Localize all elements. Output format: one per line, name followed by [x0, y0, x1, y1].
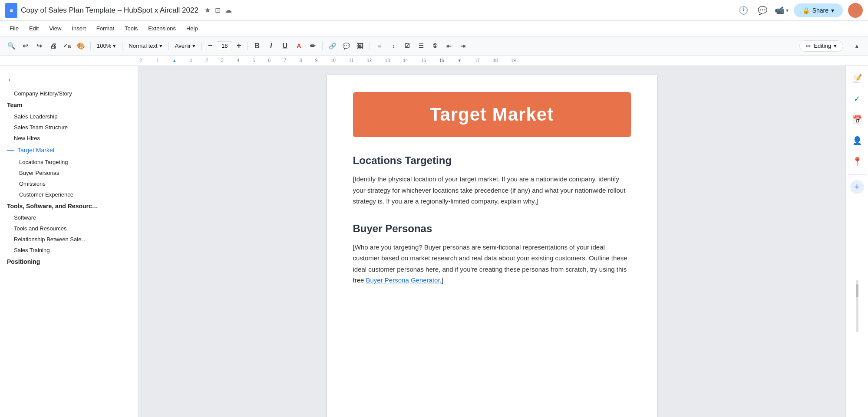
spellcheck-btn[interactable]: ✓a — [61, 40, 73, 52]
sidebar-item-customer-experience[interactable]: Customer Experience — [0, 189, 138, 200]
target-market-banner: Target Market — [353, 92, 631, 137]
divider-2 — [122, 42, 122, 50]
keep-notes-btn[interactable]: 📝 — [849, 70, 865, 86]
link-btn[interactable]: 🔗 — [326, 40, 338, 52]
font-size-input[interactable] — [217, 41, 232, 50]
text-color-btn[interactable]: A — [293, 40, 305, 52]
highlight-btn[interactable]: ✏ — [307, 40, 319, 52]
sidebar-item-buyer-personas[interactable]: Buyer Personas — [0, 167, 138, 178]
divider-1 — [90, 42, 91, 50]
sidebar-item-company-history[interactable]: Company History/Story — [0, 88, 138, 99]
cloud-icon[interactable]: ☁ — [225, 6, 232, 14]
docs-logo — [5, 3, 17, 18]
collapse-btn[interactable]: ▴ — [851, 40, 863, 52]
editing-mode-dropdown[interactable]: ✏ Editing ▾ — [799, 40, 843, 52]
editing-chevron: ▾ — [834, 43, 837, 49]
document-title: Copy of Sales Plan Template – HubSpot x … — [21, 6, 198, 15]
document-area: Target Market Locations Targeting [Ident… — [138, 66, 845, 417]
sidebar-section-tools[interactable]: Tools, Software, and Resourc… — [0, 200, 138, 212]
menu-insert[interactable]: Insert — [67, 23, 90, 33]
sidebar-item-new-hires[interactable]: New Hires — [0, 133, 138, 144]
sidebar-item-relationship-sales[interactable]: Relationship Between Sale… — [0, 234, 138, 245]
font-chevron: ▾ — [192, 43, 195, 49]
buyer-personas-body: [Who are you targeting? Buyer personas a… — [353, 242, 631, 286]
main-content: ← Company History/Story Team Sales Leade… — [0, 66, 868, 417]
history-icon[interactable]: 🕐 — [736, 3, 750, 17]
sidebar-item-sales-leadership[interactable]: Sales Leadership — [0, 111, 138, 122]
sidebar-item-locations-targeting[interactable]: Locations Targeting — [0, 157, 138, 167]
buyer-personas-body-text2: ] — [442, 276, 443, 284]
menu-view[interactable]: View — [45, 23, 66, 33]
divider-5 — [247, 42, 248, 50]
underline-btn[interactable]: U — [279, 40, 291, 52]
buyer-personas-heading: Buyer Personas — [353, 223, 631, 235]
undo-btn[interactable]: ↩ — [19, 40, 31, 52]
right-panel: 📝 ✓ 📅 👤 📍 + — [845, 66, 868, 417]
increase-font-btn[interactable]: + — [234, 40, 244, 52]
italic-btn[interactable]: I — [265, 40, 277, 52]
sidebar-item-sales-team-structure[interactable]: Sales Team Structure — [0, 122, 138, 133]
sidebar-section-positioning[interactable]: Positioning — [0, 256, 138, 268]
divider-4 — [201, 42, 202, 50]
bullet-list-btn[interactable]: ☰ — [415, 40, 427, 52]
title-bar: Copy of Sales Plan Template – HubSpot x … — [0, 0, 868, 21]
scrollbar-area — [856, 199, 858, 413]
decrease-font-btn[interactable]: − — [205, 40, 215, 52]
print-btn[interactable]: 🖨 — [47, 40, 59, 52]
sidebar-section-team[interactable]: Team — [0, 99, 138, 111]
menu-format[interactable]: Format — [92, 23, 119, 33]
calendar-btn[interactable]: 📅 — [849, 112, 865, 128]
zoom-value: 100% — [97, 43, 111, 49]
back-button[interactable]: ← — [0, 71, 138, 88]
add-comment-btn[interactable]: 💬 — [340, 40, 352, 52]
zoom-dropdown[interactable]: 100% ▾ — [94, 42, 119, 50]
locations-targeting-heading: Locations Targeting — [353, 154, 631, 167]
contacts-btn[interactable]: 👤 — [849, 133, 865, 148]
numbered-list-btn[interactable]: ① — [429, 40, 441, 52]
locations-targeting-body: [Identify the physical location of your … — [353, 174, 631, 207]
minus-icon: — — [7, 146, 14, 154]
menu-edit[interactable]: Edit — [25, 23, 43, 33]
sidebar-item-software[interactable]: Software — [0, 212, 138, 223]
sidebar-item-omissions[interactable]: Omissions — [0, 178, 138, 189]
bold-btn[interactable]: B — [251, 40, 263, 52]
menu-tools[interactable]: Tools — [120, 23, 142, 33]
divider-8 — [847, 42, 847, 50]
menu-extensions[interactable]: Extensions — [144, 23, 180, 33]
sidebar-item-sales-training[interactable]: Sales Training — [0, 245, 138, 256]
divider-7 — [370, 42, 370, 50]
buyer-persona-generator-link[interactable]: Buyer Persona Generator. — [366, 276, 442, 284]
search-btn[interactable]: 🔍 — [5, 40, 17, 52]
menu-help[interactable]: Help — [182, 23, 202, 33]
align-btn[interactable]: ≡ — [373, 40, 386, 52]
star-icon[interactable]: ★ — [205, 6, 211, 14]
paint-format-btn[interactable]: 🎨 — [75, 40, 87, 52]
menu-file[interactable]: File — [5, 23, 23, 33]
decrease-indent-btn[interactable]: ⇤ — [443, 40, 455, 52]
text-style-dropdown[interactable]: Normal text ▾ — [126, 42, 165, 50]
avatar[interactable] — [848, 3, 863, 18]
tasks-btn[interactable]: ✓ — [849, 91, 865, 107]
line-spacing-btn[interactable]: ↕ — [387, 40, 399, 52]
increase-indent-btn[interactable]: ⇥ — [457, 40, 469, 52]
add-app-btn[interactable]: + — [850, 180, 864, 194]
outline-sidebar: ← Company History/Story Team Sales Leade… — [0, 66, 138, 417]
sidebar-item-tools-resources[interactable]: Tools and Resources — [0, 223, 138, 234]
folder-icon[interactable]: ⊡ — [215, 6, 221, 14]
text-style-label: Normal text — [129, 43, 157, 49]
divider-3 — [168, 42, 169, 50]
insert-image-btn[interactable]: 🖼 — [354, 40, 366, 52]
share-label: Share — [812, 7, 828, 14]
scroll-thumb[interactable] — [856, 284, 858, 297]
sidebar-item-target-market[interactable]: — Target Market — [0, 144, 138, 157]
redo-btn[interactable]: ↪ — [33, 40, 45, 52]
scroll-track — [856, 280, 858, 332]
share-button[interactable]: 🔒 Share ▾ — [794, 3, 843, 17]
ruler-marks: -2-1▲ 12345 678910 1112131415 16▼171819 — [138, 58, 516, 63]
video-icon[interactable]: 📹 ▾ — [775, 6, 789, 15]
title-action-icons: ★ ⊡ ☁ — [205, 6, 232, 14]
chat-icon[interactable]: 💬 — [756, 3, 769, 17]
maps-btn[interactable]: 📍 — [849, 154, 865, 169]
checklist-btn[interactable]: ☑ — [401, 40, 413, 52]
font-dropdown[interactable]: Avenir ▾ — [172, 42, 198, 50]
